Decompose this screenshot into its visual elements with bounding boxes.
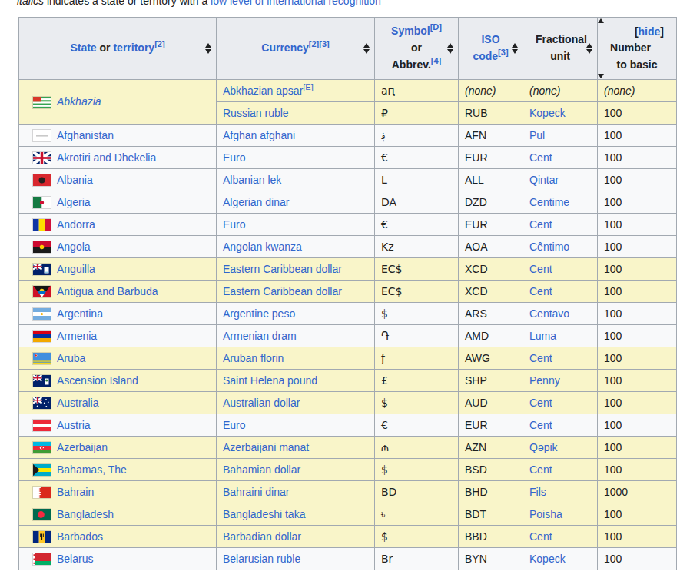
flag-icon-algeria[interactable] bbox=[33, 197, 51, 208]
flag-icon-andorra[interactable] bbox=[33, 219, 51, 231]
ref-2[interactable]: [2] bbox=[154, 40, 164, 49]
sort-icon-symbol[interactable] bbox=[447, 42, 454, 55]
currency-link[interactable]: Angolan kwanza bbox=[223, 241, 302, 253]
state-link[interactable]: Austria bbox=[57, 419, 91, 431]
currency-link[interactable]: Euro bbox=[223, 218, 246, 231]
fractional-unit-link[interactable]: Qəpik bbox=[529, 441, 558, 453]
col-header-currency[interactable]: Currency[2][3] bbox=[217, 18, 375, 80]
fractional-unit-link[interactable]: Cent bbox=[529, 263, 552, 275]
state-link[interactable]: Andorra bbox=[57, 218, 95, 231]
currency-link[interactable]: Afghan afghani bbox=[223, 129, 295, 141]
state-link[interactable]: Anguilla bbox=[57, 263, 95, 275]
flag-icon-antigua-and-barbuda[interactable] bbox=[33, 286, 51, 297]
flag-icon-armenia[interactable] bbox=[33, 331, 51, 342]
fractional-unit-link[interactable]: Cent bbox=[529, 285, 552, 297]
fractional-unit-link[interactable]: Pul bbox=[529, 129, 545, 141]
fractional-unit-link[interactable]: Luma bbox=[529, 330, 556, 342]
flag-icon-austria[interactable] bbox=[33, 420, 51, 431]
state-link[interactable]: Antigua and Barbuda bbox=[57, 285, 158, 297]
ref-2-3[interactable]: [2][3] bbox=[309, 40, 330, 49]
currency-link[interactable]: Bangladeshi taka bbox=[223, 508, 305, 520]
state-link[interactable]: Angola bbox=[57, 241, 91, 253]
state-link[interactable]: Algeria bbox=[57, 196, 91, 208]
sort-icon-fractional[interactable] bbox=[586, 42, 593, 55]
currency-link[interactable]: Saint Helena pound bbox=[223, 374, 317, 387]
flag-icon-bahamas-the[interactable] bbox=[33, 464, 51, 476]
currency-link[interactable]: Argentine peso bbox=[223, 307, 295, 320]
currency-header-link[interactable]: Currency bbox=[261, 42, 308, 54]
fractional-unit-link[interactable]: Cent bbox=[529, 530, 552, 543]
flag-icon-belarus[interactable] bbox=[33, 553, 51, 565]
state-link[interactable]: Australia bbox=[57, 397, 98, 409]
state-link[interactable]: Barbados bbox=[57, 530, 103, 543]
territory-header-link[interactable]: territory bbox=[113, 42, 154, 54]
currency-link[interactable]: Russian ruble bbox=[223, 107, 289, 119]
currency-ref[interactable]: [E] bbox=[303, 82, 313, 91]
state-link[interactable]: Aruba bbox=[57, 352, 85, 364]
fractional-unit-link[interactable]: Poisha bbox=[529, 508, 562, 520]
col-header-state[interactable]: State or territory[2] bbox=[19, 18, 217, 80]
currency-link[interactable]: Euro bbox=[223, 419, 246, 431]
fractional-unit-link[interactable]: Cent bbox=[529, 352, 552, 364]
state-link[interactable]: Abkhazia bbox=[57, 95, 101, 108]
currency-link[interactable]: Bahamian dollar bbox=[223, 463, 300, 476]
legend-recognition-link[interactable]: low level of international recognition bbox=[211, 0, 381, 7]
currency-link[interactable]: Australian dollar bbox=[223, 397, 300, 409]
flag-icon-afghanistan[interactable] bbox=[33, 130, 51, 141]
fractional-unit-link[interactable]: Qintar bbox=[529, 174, 559, 186]
col-header-fractional[interactable]: Fractional unit bbox=[523, 18, 598, 80]
col-header-iso[interactable]: ISO code[3] bbox=[459, 18, 523, 80]
fractional-unit-link[interactable]: Cent bbox=[529, 151, 552, 164]
hide-link[interactable]: hide bbox=[639, 25, 661, 38]
state-link[interactable]: Armenia bbox=[57, 330, 97, 342]
iso-header-link-2[interactable]: code bbox=[473, 50, 498, 62]
flag-icon-akrotiri-and-dhekelia[interactable] bbox=[33, 152, 51, 164]
currency-link[interactable]: Bahraini dinar bbox=[223, 486, 289, 498]
currency-link[interactable]: Armenian dram bbox=[223, 330, 297, 342]
flag-icon-bangladesh[interactable] bbox=[33, 509, 51, 520]
fractional-unit-link[interactable]: Penny bbox=[529, 374, 560, 387]
currency-link[interactable]: Euro bbox=[223, 151, 246, 164]
iso-header-link[interactable]: ISO bbox=[481, 33, 499, 45]
state-link[interactable]: Bangladesh bbox=[57, 508, 114, 520]
flag-icon-barbados[interactable] bbox=[33, 531, 51, 543]
flag-icon-argentina[interactable] bbox=[33, 308, 51, 320]
flag-icon-anguilla[interactable] bbox=[33, 264, 51, 275]
fractional-unit-link[interactable]: Cent bbox=[529, 463, 552, 476]
currency-link[interactable]: Aruban florin bbox=[223, 352, 284, 364]
currency-link[interactable]: Azerbaijani manat bbox=[223, 441, 309, 453]
ref-3[interactable]: [3] bbox=[498, 48, 508, 57]
state-link[interactable]: Bahrain bbox=[57, 486, 94, 498]
sort-icon-number[interactable] bbox=[657, 42, 664, 55]
state-link[interactable]: Azerbaijan bbox=[57, 441, 108, 453]
fractional-unit-link[interactable]: Centavo bbox=[529, 307, 569, 320]
fractional-unit-link[interactable]: Kopeck bbox=[529, 107, 566, 119]
flag-icon-azerbaijan[interactable] bbox=[33, 442, 51, 453]
fractional-unit-link[interactable]: Centime bbox=[529, 196, 569, 208]
flag-icon-australia[interactable] bbox=[33, 397, 51, 409]
fractional-unit-link[interactable]: Cent bbox=[529, 397, 552, 409]
sort-icon-state[interactable] bbox=[205, 42, 212, 55]
state-link[interactable]: Bahamas, The bbox=[57, 463, 127, 476]
state-link[interactable]: Ascension Island bbox=[57, 374, 138, 387]
symbol-header-link[interactable]: Symbol bbox=[391, 25, 430, 37]
ref-4[interactable]: [4] bbox=[431, 56, 441, 65]
currency-link[interactable]: Barbadian dollar bbox=[223, 530, 301, 543]
currency-link[interactable]: Abkhazian apsar bbox=[223, 85, 303, 97]
sort-icon-currency[interactable] bbox=[363, 42, 370, 55]
col-header-number[interactable]: [hide] Number to basic bbox=[598, 18, 677, 80]
fractional-unit-link[interactable]: Kopeck bbox=[529, 553, 566, 565]
col-header-symbol[interactable]: Symbol[D] or Abbrev.[4] bbox=[375, 18, 459, 80]
fractional-unit-link[interactable]: Cent bbox=[529, 218, 552, 231]
currency-link[interactable]: Eastern Caribbean dollar bbox=[223, 263, 342, 275]
state-link[interactable]: Argentina bbox=[57, 307, 103, 320]
state-link[interactable]: Belarus bbox=[57, 553, 93, 565]
ref-D[interactable]: [D] bbox=[430, 23, 442, 32]
state-link[interactable]: Akrotiri and Dhekelia bbox=[57, 151, 156, 164]
fractional-unit-link[interactable]: Cêntimo bbox=[529, 241, 569, 253]
state-link[interactable]: Albania bbox=[57, 174, 93, 186]
flag-icon-aruba[interactable] bbox=[33, 353, 51, 364]
flag-icon-albania[interactable] bbox=[33, 174, 51, 186]
currency-link[interactable]: Albanian lek bbox=[223, 174, 281, 186]
currency-link[interactable]: Belarusian ruble bbox=[223, 553, 300, 565]
